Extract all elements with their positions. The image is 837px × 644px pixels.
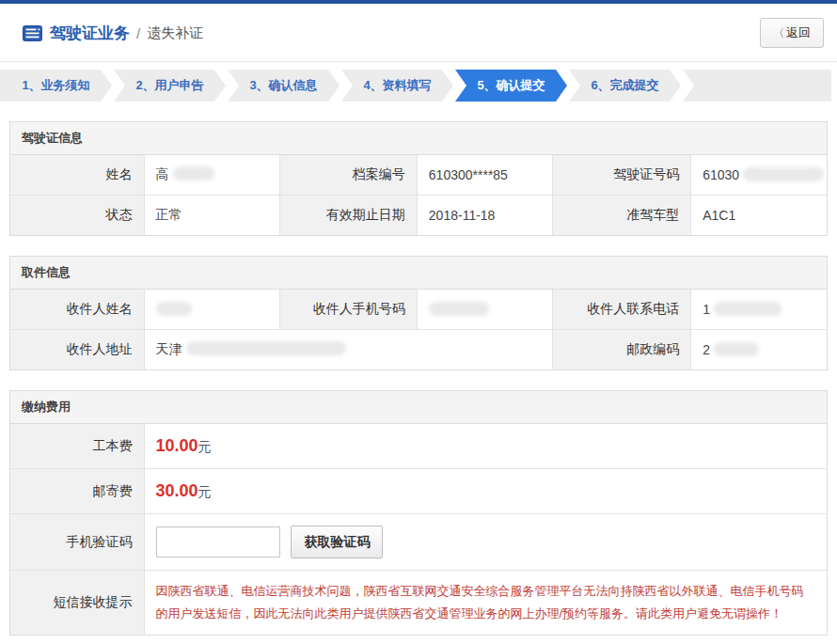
- work-fee-amount: 10.00: [156, 436, 198, 455]
- sms-code-label: 手机验证码: [10, 514, 144, 571]
- recipient-name-label: 收件人姓名: [10, 290, 144, 330]
- step-progress-bar: 1、业务须知 2、用户申告 3、确认信息 4、资料填写 5、确认提交 6、完成提…: [0, 70, 831, 102]
- vehicle-class-value: A1C1: [691, 196, 827, 236]
- valid-until-value: 2018-11-18: [417, 196, 552, 236]
- step-2-declaration: 2、用户申告: [114, 70, 226, 102]
- recipient-mobile-value: [417, 290, 552, 330]
- file-no-value: 610300****85: [417, 155, 552, 196]
- recipient-phone-value: 1: [691, 290, 827, 330]
- recipient-phone-label: 收件人联系电话: [553, 290, 691, 330]
- vehicle-class-label: 准驾车型: [553, 196, 691, 236]
- breadcrumb-divider: /: [136, 25, 140, 41]
- get-sms-code-button[interactable]: 获取验证码: [291, 526, 383, 558]
- step-1-notice: 1、业务须知: [0, 70, 112, 102]
- recipient-mobile-label: 收件人手机号码: [279, 290, 417, 330]
- pickup-info-table: 收件人姓名 收件人手机号码 收件人联系电话 1 收件人地址 天津 邮政编码 2: [10, 290, 827, 369]
- name-value: 高: [144, 155, 279, 196]
- table-row: 状态 正常 有效期止日期 2018-11-18 准驾车型 A1C1: [10, 196, 827, 236]
- table-row: 短信接收提示 因陕西省联通、电信运营商技术问题，陕西省互联网交通安全综合服务管理…: [10, 571, 827, 636]
- chevron-left-icon: 〈: [773, 26, 784, 39]
- page-title: 驾驶证业务: [50, 23, 130, 44]
- sms-code-cell: 获取验证码: [144, 514, 827, 571]
- license-info-section: 驾驶证信息 姓名 高 档案编号 610300****85 驾驶证号码 61030…: [9, 121, 828, 236]
- postal-code-value: 2: [691, 330, 827, 370]
- table-row: 收件人地址 天津 邮政编码 2: [10, 330, 827, 370]
- status-label: 状态: [10, 196, 144, 236]
- step-5-confirm-submit: 5、确认提交: [455, 70, 567, 102]
- step-6-complete: 6、完成提交: [569, 70, 681, 102]
- sms-notice-label: 短信接收提示: [10, 571, 144, 636]
- recipient-name-value: [144, 290, 279, 330]
- table-row: 工本费 10.00元: [10, 424, 827, 469]
- redacted-value: [429, 302, 489, 316]
- page-header: 驾驶证业务 / 遗失补证 〈返回: [0, 4, 837, 61]
- table-row: 姓名 高 档案编号 610300****85 驾驶证号码 61030: [10, 155, 827, 196]
- redacted-value: [714, 302, 782, 316]
- mail-fee-value: 30.00元: [144, 469, 827, 514]
- status-value: 正常: [144, 196, 279, 236]
- redacted-value: [156, 302, 192, 316]
- valid-until-label: 有效期止日期: [279, 196, 417, 236]
- file-no-label: 档案编号: [279, 155, 417, 196]
- table-row: 收件人姓名 收件人手机号码 收件人联系电话 1: [10, 290, 827, 330]
- license-no-label: 驾驶证号码: [553, 155, 691, 196]
- redacted-value: [743, 167, 824, 181]
- work-fee-unit: 元: [198, 439, 212, 454]
- sms-code-input[interactable]: [156, 526, 280, 558]
- table-row: 手机验证码 获取验证码: [10, 514, 827, 571]
- mail-fee-amount: 30.00: [156, 481, 198, 500]
- sms-notice-text: 因陕西省联通、电信运营商技术问题，陕西省互联网交通安全综合服务管理平台无法向持陕…: [156, 580, 816, 625]
- license-section-title: 驾驶证信息: [10, 122, 827, 155]
- postal-code-label: 邮政编码: [553, 330, 691, 370]
- pickup-info-section: 取件信息 收件人姓名 收件人手机号码 收件人联系电话 1 收件人地址 天津 邮政…: [9, 256, 828, 370]
- step-4-fill-data: 4、资料填写: [341, 70, 453, 102]
- license-no-value: 61030: [691, 155, 827, 196]
- back-button[interactable]: 〈返回: [760, 18, 824, 48]
- redacted-value: [173, 166, 214, 181]
- work-fee-value: 10.00元: [144, 424, 827, 469]
- back-button-label: 返回: [786, 25, 811, 39]
- redacted-value: [714, 342, 759, 356]
- fees-section-title: 缴纳费用: [10, 391, 827, 424]
- recipient-address-label: 收件人地址: [10, 330, 144, 370]
- fees-table: 工本费 10.00元 邮寄费 30.00元 手机验证码 获取验证码 短信接收提示…: [10, 424, 827, 635]
- step-bar-filler: [683, 70, 831, 102]
- sms-notice-cell: 因陕西省联通、电信运营商技术问题，陕西省互联网交通安全综合服务管理平台无法向持陕…: [144, 571, 827, 636]
- pickup-section-title: 取件信息: [10, 257, 827, 290]
- name-label: 姓名: [10, 155, 144, 196]
- breadcrumb-current: 遗失补证: [147, 24, 203, 42]
- fees-section: 缴纳费用 工本费 10.00元 邮寄费 30.00元 手机验证码 获取验证码 短…: [9, 390, 828, 636]
- form-list-icon: [23, 25, 42, 41]
- license-info-table: 姓名 高 档案编号 610300****85 驾驶证号码 61030 状态 正常…: [10, 155, 827, 235]
- header-divider: [0, 61, 837, 62]
- step-3-confirm-info: 3、确认信息: [228, 70, 340, 102]
- table-row: 邮寄费 30.00元: [10, 469, 827, 514]
- recipient-address-value: 天津: [144, 330, 553, 370]
- work-fee-label: 工本费: [10, 424, 144, 469]
- redacted-value: [186, 341, 346, 355]
- mail-fee-unit: 元: [198, 484, 212, 499]
- mail-fee-label: 邮寄费: [10, 469, 144, 514]
